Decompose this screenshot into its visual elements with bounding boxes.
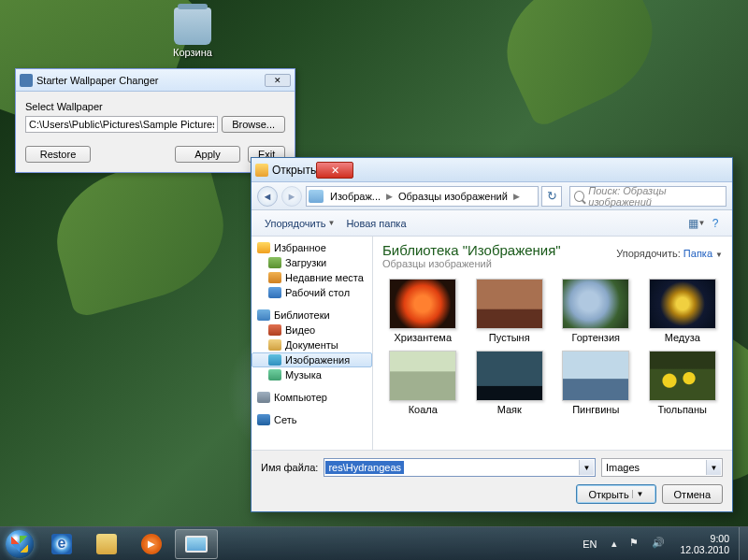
wallpaper-path-input[interactable] <box>25 116 218 133</box>
folder-icon <box>96 534 117 554</box>
sidebar-item-video[interactable]: Видео <box>252 323 372 337</box>
thumbnail-icon <box>562 279 629 329</box>
restore-button[interactable]: Restore <box>25 146 91 163</box>
search-placeholder: Поиск: Образцы изображений <box>588 185 722 208</box>
recycle-bin-icon[interactable]: Корзина <box>173 7 212 58</box>
dialog-bottom-bar: Имя файла: res\Hydrangeas ▼ Images ▼ Отк… <box>252 450 732 511</box>
file-thumb[interactable]: Коала <box>382 351 464 415</box>
media-player-icon <box>141 534 162 554</box>
computer-icon <box>257 392 270 403</box>
file-thumb[interactable]: Хризантема <box>382 279 464 343</box>
thumbnail-icon <box>476 279 543 329</box>
computer-group[interactable]: Компьютер <box>252 390 372 405</box>
sidebar-item-images[interactable]: Изображения <box>252 352 372 367</box>
nav-toolbar: ◄ ► Изображ... ▶ Образцы изображений ▶ ↻… <box>252 182 732 210</box>
sidebar-item-desktop[interactable]: Рабочий стол <box>252 285 372 300</box>
chevron-right-icon[interactable]: ▶ <box>511 192 522 201</box>
open-button[interactable]: Открыть▼ <box>576 484 655 504</box>
language-indicator[interactable]: EN <box>580 538 599 550</box>
show-desktop-button[interactable] <box>739 527 748 561</box>
changer-title: Starter Wallpaper Changer <box>36 75 158 86</box>
file-thumb[interactable]: Медуза <box>642 279 724 343</box>
breadcrumb[interactable]: Изображ... ▶ Образцы изображений ▶ <box>306 186 539 207</box>
taskbar-item-wmp[interactable] <box>130 529 173 559</box>
crumb-segment[interactable]: Образцы изображений <box>395 191 511 202</box>
thumbnail-icon <box>389 279 456 329</box>
bin-icon <box>174 7 211 45</box>
sidebar-item-recent[interactable]: Недавние места <box>252 270 372 285</box>
sidebar-item-documents[interactable]: Документы <box>252 337 372 352</box>
start-button[interactable] <box>0 527 39 561</box>
video-icon <box>268 324 281 336</box>
select-wallpaper-label: Select Wallpaper <box>25 101 285 112</box>
dialog-titlebar[interactable]: Открыть ✕ <box>252 158 732 182</box>
documents-icon <box>268 339 281 351</box>
music-icon <box>268 369 281 381</box>
downloads-icon <box>268 257 281 268</box>
file-type-filter[interactable]: Images ▼ <box>601 458 723 477</box>
search-input[interactable]: Поиск: Образцы изображений <box>569 186 726 207</box>
help-button[interactable]: ? <box>706 215 725 232</box>
recycle-bin-label: Корзина <box>173 47 212 58</box>
app-icon <box>20 74 33 87</box>
command-toolbar: Упорядочить ▼ Новая папка ▦ ▼ ? <box>252 210 732 237</box>
clock[interactable]: 9:00 12.03.2010 <box>674 533 735 555</box>
system-tray: EN ▴ ⚑ 🔊 9:00 12.03.2010 <box>576 533 739 555</box>
organize-menu[interactable]: Упорядочить ▼ <box>259 214 340 233</box>
file-thumb[interactable]: Пингвины <box>555 351 637 415</box>
desktop-icon <box>268 287 281 298</box>
chevron-down-icon[interactable]: ▼ <box>579 460 594 475</box>
volume-icon[interactable]: 🔊 <box>652 537 667 552</box>
filename-label: Имя файла: <box>261 462 318 473</box>
file-thumb[interactable]: Тюльпаны <box>642 351 724 415</box>
navigation-tree: Избранное Загрузки Недавние места Рабочи… <box>252 237 373 450</box>
ie-icon <box>51 534 72 554</box>
taskbar-item-explorer[interactable] <box>85 529 128 559</box>
search-icon <box>574 191 584 202</box>
folder-icon <box>255 164 268 177</box>
file-list-pane: Библиотека "Изображения" Образцы изображ… <box>373 237 732 450</box>
close-button[interactable]: ✕ <box>265 74 291 87</box>
thumbnail-grid: Хризантема Пустыня Гортензия Медуза Коал… <box>373 273 732 450</box>
sidebar-item-downloads[interactable]: Загрузки <box>252 255 372 270</box>
nav-back-button[interactable]: ◄ <box>257 186 278 207</box>
open-file-dialog: Открыть ✕ ◄ ► Изображ... ▶ Образцы изобр… <box>251 157 733 512</box>
time: 9:00 <box>680 533 729 544</box>
network-group[interactable]: Сеть <box>252 412 372 427</box>
recent-icon <box>268 272 281 283</box>
sort-by-control[interactable]: Упорядочить: Папка ▼ <box>616 242 723 269</box>
browse-button[interactable]: Browse... <box>222 116 285 133</box>
file-thumb[interactable]: Гортензия <box>555 279 637 343</box>
windows-logo-icon <box>6 530 34 558</box>
taskbar-item-ie[interactable] <box>40 529 83 559</box>
cancel-button[interactable]: Отмена <box>662 484 723 504</box>
thumbnail-icon <box>649 351 716 401</box>
favorites-group[interactable]: Избранное <box>252 240 372 255</box>
libraries-group[interactable]: Библиотеки <box>252 308 372 323</box>
library-title: Библиотека "Изображения" <box>382 242 616 258</box>
date: 12.03.2010 <box>680 544 729 555</box>
tray-chevron-icon[interactable]: ▴ <box>607 537 622 552</box>
new-folder-button[interactable]: Новая папка <box>340 214 411 233</box>
taskbar-item-wallpaper-changer[interactable] <box>175 529 218 559</box>
chevron-down-icon[interactable]: ▼ <box>706 460 721 475</box>
apply-button[interactable]: Apply <box>175 146 240 163</box>
thumbnail-icon <box>562 351 629 401</box>
dialog-close-button[interactable]: ✕ <box>316 162 353 179</box>
thumbnail-icon <box>649 279 716 329</box>
file-thumb[interactable]: Пустыня <box>469 279 551 343</box>
filename-input[interactable]: res\Hydrangeas ▼ <box>324 458 596 477</box>
crumb-segment[interactable]: Изображ... <box>326 191 384 202</box>
action-center-icon[interactable]: ⚑ <box>629 537 644 552</box>
refresh-button[interactable]: ↻ <box>541 186 562 207</box>
chevron-right-icon[interactable]: ▶ <box>384 192 395 201</box>
chevron-down-icon[interactable]: ▼ <box>632 490 644 498</box>
sidebar-item-music[interactable]: Музыка <box>252 367 372 382</box>
pictures-icon <box>309 190 324 203</box>
changer-titlebar[interactable]: Starter Wallpaper Changer ✕ <box>16 69 295 92</box>
file-thumb[interactable]: Маяк <box>469 351 551 415</box>
view-options-button[interactable]: ▦ ▼ <box>687 215 706 232</box>
libraries-icon <box>257 309 270 321</box>
network-icon <box>257 414 270 425</box>
nav-forward-button[interactable]: ► <box>281 186 302 207</box>
